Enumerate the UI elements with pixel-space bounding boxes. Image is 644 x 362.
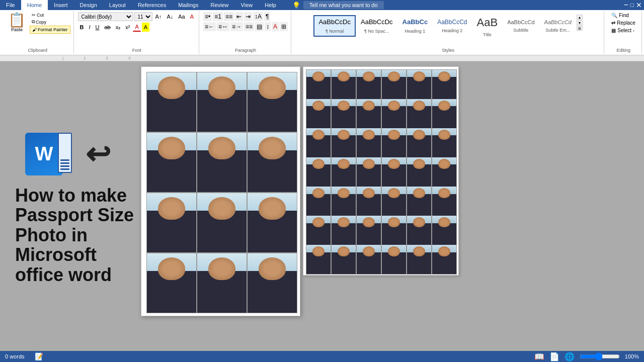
find-button[interactable]: 🔍 Find [608, 12, 638, 19]
font-grow-button[interactable]: A↑ [153, 12, 164, 21]
style-title[interactable]: AaB Title [472, 12, 503, 40]
web-layout-button[interactable]: 🌐 [565, 352, 575, 361]
change-case-button[interactable]: Aa [176, 12, 187, 21]
editing-group-label: Editing [616, 48, 630, 53]
style-heading2[interactable]: AaBbCcCd Heading 2 [433, 16, 471, 36]
sm-photo-33 [356, 215, 381, 245]
tab-help[interactable]: Help [259, 0, 282, 10]
style-no-spacing[interactable]: AaBbCcDc ¶ No Spac... [356, 16, 397, 36]
photo-cell-8 [197, 193, 247, 253]
styles-scroll-up[interactable]: ▲ [577, 15, 583, 20]
read-mode-button[interactable]: 📖 [534, 352, 544, 361]
italic-button[interactable]: I [87, 23, 92, 32]
bullets-button[interactable]: ≡• [203, 12, 212, 21]
strikethrough-button[interactable]: ab [103, 23, 113, 32]
tab-view[interactable]: View [235, 0, 259, 10]
numbering-button[interactable]: ≡1 [213, 12, 223, 21]
tab-references[interactable]: References [132, 0, 172, 10]
paste-label: Paste [11, 27, 23, 32]
editing-controls: 🔍 Find ⇄ Replace ▦ Select - [608, 12, 638, 41]
superscript-button[interactable]: x² [123, 23, 132, 32]
style-subtitle[interactable]: AaBbCcCd Subtitle [503, 17, 539, 36]
columns-button[interactable]: ▤ [255, 22, 264, 31]
justify-button[interactable]: ≡≡ [244, 22, 254, 31]
select-label: Select - [617, 28, 634, 33]
tab-layout[interactable]: Layout [103, 0, 132, 10]
tutorial-line1: How to make [15, 186, 134, 206]
format-painter-icon: 🖌 [32, 27, 37, 32]
sm-photo-5 [407, 69, 432, 100]
align-left-button[interactable]: ≡← [203, 22, 216, 31]
clear-format-button[interactable]: A [188, 12, 196, 21]
decrease-indent-button[interactable]: ⇤ [235, 12, 243, 21]
tell-me-input[interactable]: Tell me what you want to do [303, 1, 384, 9]
replace-button[interactable]: ⇄ Replace [608, 20, 638, 26]
print-layout-button[interactable]: 📄 [549, 352, 559, 361]
align-center-button[interactable]: ≡↔ [217, 22, 229, 31]
style-heading2-label: Heading 2 [437, 27, 467, 34]
tab-design[interactable]: Design [74, 0, 103, 10]
copy-button[interactable]: ⧉ Copy [30, 19, 70, 25]
style-no-spacing-preview: AaBbCcDc [361, 17, 393, 28]
line-spacing-button[interactable]: ↕ [265, 22, 271, 31]
style-subtle[interactable]: AaBbCcCd Subtle Em... [540, 17, 576, 36]
replace-label: Replace [617, 20, 635, 26]
sm-photo-10 [381, 99, 407, 129]
tutorial-line4: Microsoft [15, 245, 134, 265]
style-normal-preview: AaBbCcDc [318, 17, 351, 28]
highlight-button[interactable]: A [142, 23, 149, 32]
style-normal[interactable]: AaBbCcDc ¶ Normal [313, 15, 356, 37]
tab-review[interactable]: Review [205, 0, 235, 10]
style-heading2-preview: AaBbCcCd [437, 18, 467, 27]
minimize-button[interactable]: − [623, 1, 628, 10]
paste-button[interactable]: 📋 Paste [5, 12, 29, 33]
replace-icon: ⇄ [611, 20, 615, 26]
font-shrink-button[interactable]: A↓ [165, 12, 175, 21]
tab-mailings[interactable]: Mailings [172, 0, 204, 10]
styles-group: AaBbCcDc ¶ Normal AaBbCcDc ¶ No Spac... … [292, 11, 604, 54]
styles-expand[interactable]: ⊞ [577, 26, 583, 31]
sort-button[interactable]: ↕A [253, 12, 263, 21]
sm-photo-25 [306, 186, 331, 216]
tab-home[interactable]: Home [21, 0, 48, 10]
increase-indent-button[interactable]: ⇥ [244, 12, 252, 21]
tab-insert[interactable]: Insert [48, 0, 74, 10]
sm-photo-38 [331, 244, 356, 275]
tutorial-text: How to make Passport Size Photo in Micro… [15, 186, 134, 285]
align-right-button[interactable]: ≡→ [230, 22, 243, 31]
underline-button[interactable]: U [94, 23, 102, 32]
word-icon-bg: W [25, 133, 63, 175]
format-painter-button[interactable]: 🖌 Format Painter [30, 26, 70, 34]
select-button[interactable]: ▦ Select - [608, 27, 638, 34]
shading-button[interactable]: A [272, 22, 279, 31]
bold-button[interactable]: B [78, 23, 86, 32]
photo-cell-5 [197, 132, 247, 193]
font-family-select[interactable]: Calibri (Body) [78, 12, 133, 21]
style-subtitle-preview: AaBbCcCd [507, 18, 534, 27]
photo-cell-9 [247, 193, 297, 253]
close-button[interactable]: ✕ [636, 1, 642, 9]
borders-button[interactable]: ⊞ [280, 22, 288, 31]
text-color-button[interactable]: A [133, 22, 140, 32]
sm-photo-16 [381, 128, 407, 158]
styles-scroll-down[interactable]: ▼ [577, 20, 583, 25]
multilevel-button[interactable]: ≡≡ [224, 12, 234, 21]
clipboard-label: Clipboard [28, 48, 48, 53]
style-subtitle-label: Subtitle [507, 27, 534, 34]
word-doc-preview [58, 133, 72, 173]
photo-cell-11 [197, 253, 247, 313]
subscript-button[interactable]: x₂ [114, 23, 123, 32]
sm-photo-11 [407, 99, 432, 129]
tab-file[interactable]: File [0, 0, 21, 10]
small-grid-outer [300, 61, 464, 356]
cut-button[interactable]: ✂ Cut [30, 12, 70, 18]
restore-button[interactable]: □ [630, 2, 634, 9]
sm-photo-2 [331, 69, 356, 100]
zoom-slider[interactable] [580, 352, 620, 360]
ruler: | 1 2 3 [0, 55, 644, 61]
font-size-select[interactable]: 11 [134, 12, 152, 21]
show-marks-button[interactable]: ¶ [264, 12, 270, 21]
style-heading1[interactable]: AaBbCc Heading 1 [398, 16, 433, 36]
photo-cell-1 [146, 72, 197, 132]
sm-photo-28 [381, 186, 407, 216]
